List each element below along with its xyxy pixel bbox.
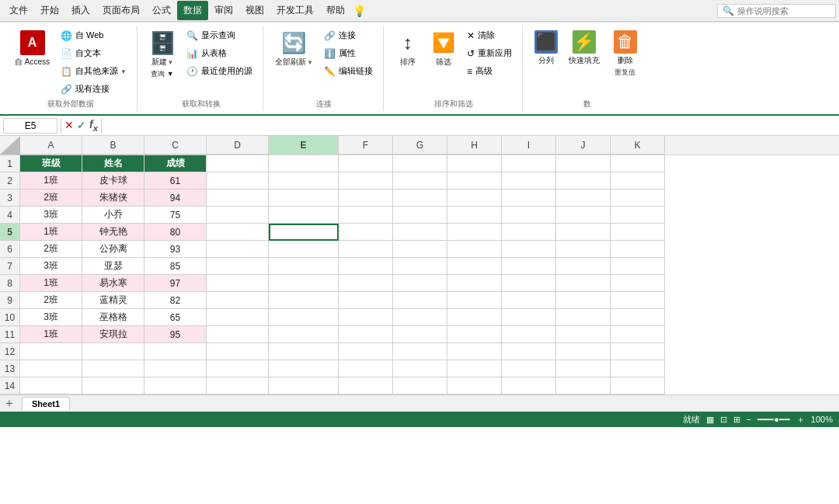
cell-H11[interactable] bbox=[447, 326, 502, 343]
web-button[interactable]: 🌐 自 Web bbox=[57, 27, 131, 43]
cell-J6[interactable] bbox=[556, 241, 611, 258]
menu-file[interactable]: 文件 bbox=[3, 1, 34, 20]
row-header-11[interactable]: 11 bbox=[0, 326, 20, 343]
cell-B8[interactable]: 易水寒 bbox=[82, 275, 144, 292]
menu-insert[interactable]: 插入 bbox=[65, 1, 96, 20]
cell-B13[interactable] bbox=[82, 360, 144, 377]
cell-E7[interactable] bbox=[269, 258, 339, 275]
cell-A13[interactable] bbox=[20, 360, 82, 377]
cell-C3[interactable]: 94 bbox=[144, 189, 207, 207]
cell-H6[interactable] bbox=[447, 241, 502, 258]
cell-C2[interactable]: 61 bbox=[144, 172, 207, 189]
cell-D9[interactable] bbox=[207, 292, 269, 309]
cell-D3[interactable] bbox=[207, 189, 269, 207]
cell-B9[interactable]: 蓝精灵 bbox=[82, 292, 144, 309]
cell-E12[interactable] bbox=[269, 343, 339, 360]
cell-C1[interactable]: 成绩 bbox=[144, 155, 207, 172]
cell-C10[interactable]: 65 bbox=[144, 309, 207, 326]
cell-G7[interactable] bbox=[393, 258, 447, 275]
col-header-E[interactable]: E bbox=[269, 136, 339, 155]
cell-C5[interactable]: 80 bbox=[144, 224, 207, 241]
cell-I8[interactable] bbox=[502, 275, 556, 292]
cell-H5[interactable] bbox=[447, 224, 502, 241]
cell-K12[interactable] bbox=[611, 343, 665, 360]
cell-G5[interactable] bbox=[393, 224, 447, 241]
row-header-7[interactable]: 7 bbox=[0, 258, 20, 275]
col-header-D[interactable]: D bbox=[207, 136, 269, 155]
cell-J9[interactable] bbox=[556, 292, 611, 309]
cell-D7[interactable] bbox=[207, 258, 269, 275]
cell-G12[interactable] bbox=[393, 343, 447, 360]
cell-K3[interactable] bbox=[611, 189, 665, 207]
split-col-button[interactable]: ⬛ 分列 bbox=[531, 27, 562, 69]
cell-B12[interactable] bbox=[82, 343, 144, 360]
cell-A11[interactable]: 1班 bbox=[20, 326, 82, 343]
col-header-B[interactable]: B bbox=[82, 136, 144, 155]
cell-A14[interactable] bbox=[20, 377, 82, 395]
cell-G13[interactable] bbox=[393, 360, 447, 377]
cell-B5[interactable]: 钟无艳 bbox=[82, 224, 144, 241]
edit-links-button[interactable]: ✏️ 编辑链接 bbox=[320, 63, 377, 79]
filter-button[interactable]: 🔽 筛选 bbox=[427, 27, 460, 71]
cell-B3[interactable]: 朱猪侠 bbox=[82, 189, 144, 207]
search-input[interactable] bbox=[737, 6, 830, 16]
row-header-5[interactable]: 5 bbox=[0, 224, 20, 241]
cell-I4[interactable] bbox=[502, 207, 556, 224]
row-header-3[interactable]: 3 bbox=[0, 189, 20, 207]
cell-G11[interactable] bbox=[393, 326, 447, 343]
view-break-icon[interactable]: ⊞ bbox=[733, 415, 740, 425]
cell-H7[interactable] bbox=[447, 258, 502, 275]
cell-K6[interactable] bbox=[611, 241, 665, 258]
cell-E1[interactable] bbox=[269, 155, 339, 172]
cell-I5[interactable] bbox=[502, 224, 556, 241]
row-header-8[interactable]: 8 bbox=[0, 275, 20, 292]
cell-B2[interactable]: 皮卡球 bbox=[82, 172, 144, 189]
sheet-tab-sheet1[interactable]: Sheet1 bbox=[22, 397, 70, 410]
cell-J3[interactable] bbox=[556, 189, 611, 207]
cell-D14[interactable] bbox=[207, 377, 269, 395]
flash-fill-button[interactable]: ⚡ 快速填充 bbox=[565, 27, 604, 69]
cell-H2[interactable] bbox=[447, 172, 502, 189]
col-header-A[interactable]: A bbox=[20, 136, 82, 155]
row-header-10[interactable]: 10 bbox=[0, 309, 20, 326]
other-sources-button[interactable]: 📋 自其他来源 ▼ bbox=[57, 63, 131, 79]
cell-C7[interactable]: 85 bbox=[144, 258, 207, 275]
cell-A9[interactable]: 2班 bbox=[20, 292, 82, 309]
cell-K4[interactable] bbox=[611, 207, 665, 224]
cell-H8[interactable] bbox=[447, 275, 502, 292]
col-header-I[interactable]: I bbox=[502, 136, 556, 155]
cell-F5[interactable] bbox=[339, 224, 393, 241]
row-header-14[interactable]: 14 bbox=[0, 377, 20, 395]
cell-F7[interactable] bbox=[339, 258, 393, 275]
cell-B7[interactable]: 亚瑟 bbox=[82, 258, 144, 275]
menu-dev[interactable]: 开发工具 bbox=[270, 1, 320, 20]
cell-K7[interactable] bbox=[611, 258, 665, 275]
cell-reference[interactable] bbox=[3, 118, 57, 134]
col-header-F[interactable]: F bbox=[339, 136, 393, 155]
cell-I7[interactable] bbox=[502, 258, 556, 275]
cell-E3[interactable] bbox=[269, 189, 339, 207]
col-header-C[interactable]: C bbox=[144, 136, 207, 155]
new-query-button[interactable]: 🗄️ 新建 ▼ 查询 ▼ bbox=[145, 27, 179, 82]
row-header-12[interactable]: 12 bbox=[0, 343, 20, 360]
view-normal-icon[interactable]: ▦ bbox=[706, 415, 714, 425]
cell-A12[interactable] bbox=[20, 343, 82, 360]
cell-I2[interactable] bbox=[502, 172, 556, 189]
menu-review[interactable]: 审阅 bbox=[208, 1, 239, 20]
col-header-G[interactable]: G bbox=[393, 136, 447, 155]
cell-D5[interactable] bbox=[207, 224, 269, 241]
cell-E8[interactable] bbox=[269, 275, 339, 292]
select-all-icon[interactable] bbox=[0, 136, 20, 155]
cell-E11[interactable] bbox=[269, 326, 339, 343]
cell-C14[interactable] bbox=[144, 377, 207, 395]
cell-J2[interactable] bbox=[556, 172, 611, 189]
cell-E4[interactable] bbox=[269, 207, 339, 224]
cell-C9[interactable]: 82 bbox=[144, 292, 207, 309]
cell-A1[interactable]: 班级 bbox=[20, 155, 82, 172]
cell-K14[interactable] bbox=[611, 377, 665, 395]
cell-D6[interactable] bbox=[207, 241, 269, 258]
cell-I3[interactable] bbox=[502, 189, 556, 207]
cell-B10[interactable]: 巫格格 bbox=[82, 309, 144, 326]
cell-K8[interactable] bbox=[611, 275, 665, 292]
cell-E2[interactable] bbox=[269, 172, 339, 189]
